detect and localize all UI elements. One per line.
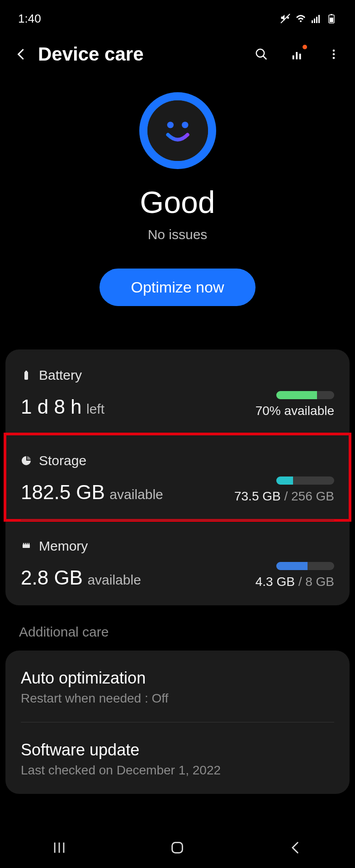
storage-used-text: 73.5 GB / 256 GB (234, 489, 334, 504)
smiley-icon (157, 110, 198, 151)
svg-point-16 (167, 122, 173, 128)
battery-value: 1 d 8 h (21, 396, 82, 418)
battery-status-icon (326, 13, 337, 24)
memory-icon (21, 541, 32, 552)
additional-care-heading: Additional care (19, 624, 336, 640)
status-time: 1:40 (18, 12, 41, 26)
svg-rect-24 (28, 543, 29, 544)
svg-rect-10 (293, 56, 294, 60)
svg-rect-21 (23, 543, 24, 544)
back-button[interactable] (14, 47, 29, 62)
battery-label: Battery (39, 368, 82, 383)
search-button[interactable] (254, 47, 269, 62)
software-update-sub: Last checked on December 1, 2022 (21, 763, 334, 778)
memory-used-text: 4.3 GB / 8 GB (256, 575, 334, 589)
svg-rect-2 (314, 19, 315, 23)
app-header: Device care (0, 33, 355, 76)
svg-rect-7 (331, 14, 332, 15)
navigation-bar (0, 827, 355, 868)
svg-point-17 (182, 122, 188, 128)
status-icons (280, 13, 337, 24)
battery-row[interactable]: Battery 1 d 8 h left 70% available (21, 349, 334, 434)
battery-bar (276, 391, 334, 399)
svg-point-8 (256, 49, 265, 57)
page-title: Device care (38, 43, 233, 65)
chart-button[interactable] (290, 47, 305, 62)
memory-label: Memory (39, 538, 88, 554)
storage-value-suffix: available (109, 487, 163, 502)
auto-optimization-title: Auto optimization (21, 669, 334, 688)
svg-point-15 (333, 57, 335, 59)
recents-button[interactable] (46, 834, 73, 861)
svg-rect-28 (172, 843, 183, 853)
svg-rect-22 (25, 543, 26, 544)
svg-rect-6 (330, 18, 333, 22)
home-button[interactable] (164, 834, 191, 861)
status-subtext: No issues (148, 227, 208, 242)
optimize-button[interactable]: Optimize now (99, 269, 256, 306)
svg-rect-3 (316, 17, 317, 23)
svg-rect-1 (312, 20, 313, 23)
device-status-panel: Good No issues Optimize now (0, 76, 355, 324)
status-headline: Good (140, 184, 215, 220)
battery-percent-text: 70% available (256, 404, 334, 418)
more-button[interactable] (326, 47, 341, 62)
mute-icon (280, 13, 291, 24)
battery-icon (21, 370, 32, 381)
signal-icon (311, 13, 322, 24)
svg-rect-23 (27, 543, 28, 544)
svg-rect-11 (296, 52, 298, 59)
storage-bar (276, 476, 334, 485)
resource-card: Battery 1 d 8 h left 70% available Stora… (5, 349, 350, 605)
battery-value-suffix: left (86, 401, 104, 416)
auto-optimization-row[interactable]: Auto optimization Restart when needed : … (21, 651, 334, 722)
svg-line-9 (263, 56, 267, 60)
svg-point-14 (333, 53, 335, 56)
additional-care-card: Auto optimization Restart when needed : … (5, 651, 350, 794)
wifi-icon (295, 13, 306, 24)
storage-value: 182.5 GB (21, 481, 105, 503)
auto-optimization-sub: Restart when needed : Off (21, 691, 334, 706)
memory-value: 2.8 GB (21, 566, 83, 589)
memory-row[interactable]: Memory 2.8 GB available 4.3 GB / 8 GB (21, 520, 334, 605)
storage-icon (21, 455, 32, 466)
software-update-row[interactable]: Software update Last checked on December… (21, 722, 334, 794)
svg-point-13 (333, 50, 335, 52)
svg-rect-12 (299, 54, 301, 60)
nav-back-button[interactable] (282, 834, 309, 861)
memory-value-suffix: available (87, 572, 141, 587)
svg-rect-18 (24, 372, 28, 380)
status-ring-icon (139, 92, 216, 169)
storage-label: Storage (39, 453, 86, 468)
svg-rect-4 (318, 15, 320, 23)
storage-row[interactable]: Storage 182.5 GB available 73.5 GB / 256… (5, 434, 350, 520)
status-bar: 1:40 (0, 0, 355, 33)
memory-bar (276, 562, 334, 570)
software-update-title: Software update (21, 741, 334, 760)
svg-rect-19 (25, 371, 27, 372)
svg-rect-20 (23, 544, 30, 548)
